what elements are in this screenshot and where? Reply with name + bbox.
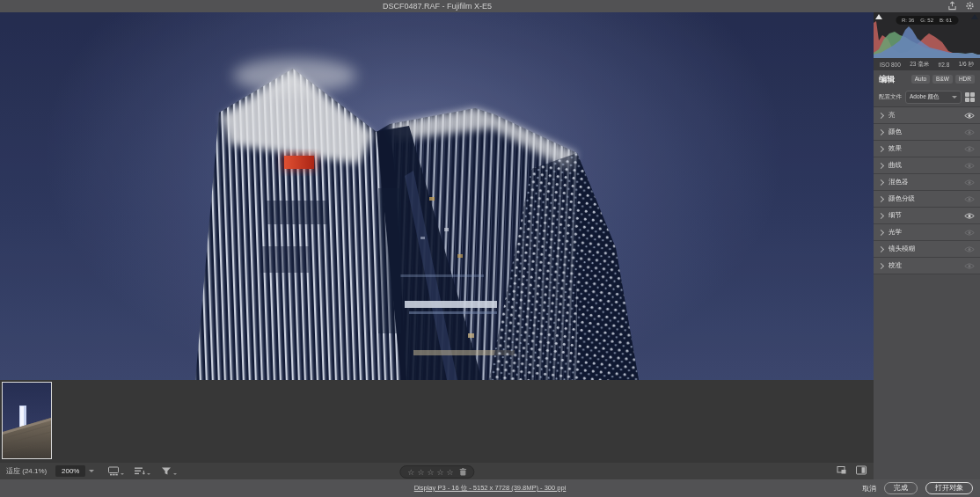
- edit-title: 编辑: [879, 74, 895, 85]
- settings-gear-icon[interactable]: [965, 1, 975, 11]
- profile-dropdown-icon: [952, 96, 957, 99]
- title-bar: DSCF0487.RAF - Fujifilm X-E5: [0, 0, 980, 12]
- panel-effects[interactable]: 效果: [874, 141, 980, 157]
- cancel-button[interactable]: 取消: [862, 484, 876, 493]
- zoom-dropdown-icon[interactable]: [89, 470, 94, 472]
- eye-icon[interactable]: [964, 229, 975, 237]
- chevron-right-icon: [878, 195, 884, 201]
- highlight-clipping-icon[interactable]: [971, 14, 978, 19]
- chevron-right-icon: [878, 245, 884, 252]
- toggle-panel-icon[interactable]: [856, 465, 867, 475]
- chevron-right-icon: [878, 162, 884, 168]
- eye-icon[interactable]: [964, 179, 975, 186]
- rgb-readout: R: 36 G: 52 B: 61: [896, 16, 958, 25]
- eye-icon[interactable]: [964, 162, 975, 170]
- profile-select[interactable]: Adobe 颜色: [905, 91, 962, 104]
- star-icon[interactable]: ☆: [437, 468, 444, 477]
- shadow-clipping-icon[interactable]: [875, 14, 882, 19]
- window-title: DSCF0487.RAF - Fujifilm X-E5: [383, 2, 492, 11]
- hdr-button[interactable]: HDR: [955, 75, 975, 84]
- adjustment-panel-list: 亮 颜色 效果 曲线 混色器 颜色分级: [874, 106, 980, 274]
- panel-light[interactable]: 亮: [874, 107, 980, 124]
- eye-icon[interactable]: [964, 195, 975, 203]
- chevron-right-icon: [878, 112, 884, 118]
- profile-label: 配置文件: [879, 93, 902, 101]
- panel-optics[interactable]: 光学: [874, 224, 980, 241]
- chevron-right-icon: [878, 229, 884, 235]
- star-icon[interactable]: ☆: [417, 468, 424, 477]
- reject-trash-icon[interactable]: [460, 468, 467, 476]
- chevron-right-icon: [878, 212, 884, 218]
- before-after-view-icon[interactable]: [837, 465, 847, 475]
- view-toolbar: 适应 (24.1%) 200% ☆ ☆ ☆ ☆ ☆: [0, 463, 874, 479]
- profile-value: Adobe 颜色: [910, 93, 940, 101]
- exif-info-bar: ISO 800 23 毫米 f/2.8 1/6 秒: [874, 58, 980, 70]
- fit-zoom-label[interactable]: 适应 (24.1%): [6, 466, 47, 476]
- filmstrip-area: [0, 380, 874, 463]
- zoom-level-select[interactable]: 200%: [55, 465, 85, 477]
- eye-icon[interactable]: [964, 128, 975, 136]
- sort-order-icon[interactable]: [135, 466, 150, 476]
- exif-iso: ISO 800: [880, 62, 901, 68]
- exif-aperture: f/2.8: [939, 62, 950, 68]
- bw-button[interactable]: B&W: [932, 75, 953, 84]
- auto-button[interactable]: Auto: [911, 75, 930, 84]
- star-icon[interactable]: ☆: [427, 468, 434, 477]
- chevron-right-icon: [878, 128, 884, 135]
- rgb-g-value: G: 52: [920, 18, 933, 23]
- histogram[interactable]: R: 36 G: 52 B: 61: [874, 12, 980, 58]
- panel-calibration[interactable]: 校准: [874, 258, 980, 274]
- filter-icon[interactable]: [161, 466, 177, 476]
- panel-curves[interactable]: 曲线: [874, 157, 980, 174]
- rgb-r-value: R: 36: [902, 18, 914, 23]
- star-icon[interactable]: ☆: [407, 468, 414, 477]
- chevron-right-icon: [878, 179, 884, 185]
- rgb-b-value: B: 61: [940, 18, 952, 23]
- panel-detail[interactable]: 细节: [874, 208, 980, 224]
- edit-header: 编辑 Auto B&W HDR: [874, 70, 980, 88]
- panel-color[interactable]: 颜色: [874, 124, 980, 141]
- star-rating-widget[interactable]: ☆ ☆ ☆ ☆ ☆: [399, 465, 474, 479]
- status-bar: Display P3 - 16 位 - 5152 x 7728 (39.8MP)…: [0, 479, 980, 497]
- exif-focal-length: 23 毫米: [910, 61, 929, 69]
- panel-lens-blur[interactable]: 镜头模糊: [874, 241, 980, 258]
- workflow-options-link[interactable]: Display P3 - 16 位 - 5152 x 7728 (39.8MP)…: [414, 484, 567, 493]
- panel-color-grading[interactable]: 颜色分级: [874, 191, 980, 208]
- exif-shutter: 1/6 秒: [959, 61, 974, 69]
- chevron-right-icon: [878, 262, 884, 268]
- eye-icon[interactable]: [964, 262, 975, 270]
- image-preview-canvas[interactable]: [0, 12, 874, 380]
- star-icon[interactable]: ☆: [447, 468, 454, 477]
- filmstrip-toggle-icon[interactable]: [108, 466, 124, 476]
- eye-icon[interactable]: [964, 245, 975, 253]
- edit-sidebar: R: 36 G: 52 B: 61 ISO 800 23 毫米 f/2.8 1/…: [874, 12, 980, 479]
- profile-row: 配置文件 Adobe 颜色: [874, 88, 980, 106]
- chevron-right-icon: [878, 145, 884, 151]
- eye-icon[interactable]: [964, 112, 975, 120]
- thumbnail-selected[interactable]: [2, 382, 52, 459]
- export-icon[interactable]: [947, 1, 957, 11]
- browse-profiles-icon[interactable]: [965, 92, 975, 102]
- done-button[interactable]: 完成: [884, 482, 918, 494]
- eye-icon[interactable]: [964, 145, 975, 153]
- eye-icon[interactable]: [964, 212, 975, 220]
- panel-color-mixer[interactable]: 混色器: [874, 174, 980, 191]
- open-object-button[interactable]: 打开对象: [925, 482, 973, 494]
